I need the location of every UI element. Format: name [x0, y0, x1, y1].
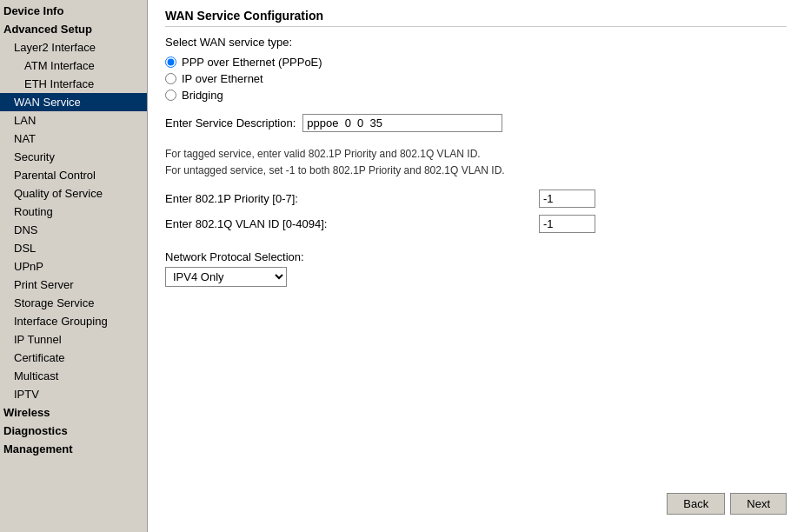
sidebar-item-qos[interactable]: Quality of Service — [0, 184, 147, 203]
network-protocol-select-wrapper: IPV4 OnlyIPV6 OnlyIPV4 and IPV6 — [165, 267, 787, 287]
sidebar-item-layer2-interface[interactable]: Layer2 Interface — [0, 38, 147, 57]
sidebar-item-advanced-setup[interactable]: Advanced Setup — [0, 20, 147, 38]
info-line1: For tagged service, enter valid 802.1P P… — [165, 146, 787, 163]
select-type-label: Select WAN service type: — [165, 36, 787, 49]
sidebar-item-device-info[interactable]: Device Info — [0, 2, 147, 20]
priority-label: Enter 802.1P Priority [0-7]: — [165, 192, 539, 205]
sidebar-item-parental-control[interactable]: Parental Control — [0, 166, 147, 184]
radio-option-bridging: Bridging — [165, 89, 787, 102]
radio-pppoe[interactable] — [165, 57, 176, 68]
radio-label-pppoe: PPP over Ethernet (PPPoE) — [182, 56, 322, 69]
info-text-block: For tagged service, enter valid 802.1P P… — [165, 146, 787, 179]
sidebar-item-dns[interactable]: DNS — [0, 221, 147, 239]
sidebar: Device InfoAdvanced SetupLayer2 Interfac… — [0, 0, 148, 532]
radio-ipoe[interactable] — [165, 73, 176, 84]
sidebar-item-wan-service[interactable]: WAN Service — [0, 93, 147, 111]
sidebar-item-management[interactable]: Management — [0, 440, 147, 458]
sidebar-item-nat[interactable]: NAT — [0, 130, 147, 148]
sidebar-item-lan[interactable]: LAN — [0, 111, 147, 130]
sidebar-item-certificate[interactable]: Certificate — [0, 349, 147, 367]
sidebar-item-atm-interface[interactable]: ATM Interface — [0, 57, 147, 75]
sidebar-item-wireless[interactable]: Wireless — [0, 403, 147, 422]
sidebar-item-diagnostics[interactable]: Diagnostics — [0, 422, 147, 440]
main-content: WAN Service Configuration Select WAN ser… — [148, 0, 804, 532]
sidebar-item-iptv[interactable]: IPTV — [0, 385, 147, 403]
sidebar-item-ip-tunnel[interactable]: IP Tunnel — [0, 330, 147, 349]
vlan-row: Enter 802.1Q VLAN ID [0-4094]: — [165, 215, 787, 233]
radio-option-ipoe: IP over Ethernet — [165, 72, 787, 85]
sidebar-item-storage-service[interactable]: Storage Service — [0, 294, 147, 312]
network-protocol-section: Network Protocal Selection: IPV4 OnlyIPV… — [165, 250, 787, 287]
sidebar-item-security[interactable]: Security — [0, 148, 147, 166]
priority-row: Enter 802.1P Priority [0-7]: — [165, 190, 787, 208]
service-desc-label: Enter Service Description: — [165, 116, 296, 130]
back-button[interactable]: Back — [667, 493, 725, 515]
network-protocol-label: Network Protocal Selection: — [165, 250, 787, 263]
sidebar-item-print-server[interactable]: Print Server — [0, 276, 147, 294]
radio-option-pppoe: PPP over Ethernet (PPPoE) — [165, 56, 787, 69]
page-title: WAN Service Configuration — [165, 9, 787, 27]
sidebar-item-routing[interactable]: Routing — [0, 203, 147, 221]
vlan-label: Enter 802.1Q VLAN ID [0-4094]: — [165, 217, 539, 230]
priority-input[interactable] — [539, 190, 595, 208]
next-button[interactable]: Next — [730, 493, 787, 515]
info-line2: For untagged service, set -1 to both 802… — [165, 163, 787, 179]
vlan-input[interactable] — [539, 215, 595, 233]
wan-type-radio-group: PPP over Ethernet (PPPoE)IP over Etherne… — [165, 56, 787, 102]
sidebar-item-eth-interface[interactable]: ETH Interface — [0, 75, 147, 93]
sidebar-item-upnp[interactable]: UPnP — [0, 257, 147, 276]
service-desc-input[interactable] — [302, 114, 502, 132]
radio-label-ipoe: IP over Ethernet — [182, 72, 263, 85]
button-row: Back Next — [667, 493, 787, 515]
sidebar-item-interface-grouping[interactable]: Interface Grouping — [0, 312, 147, 330]
sidebar-item-dsl[interactable]: DSL — [0, 239, 147, 257]
service-description-row: Enter Service Description: — [165, 114, 787, 132]
network-protocol-select[interactable]: IPV4 OnlyIPV6 OnlyIPV4 and IPV6 — [165, 267, 287, 287]
radio-bridging[interactable] — [165, 90, 176, 101]
radio-label-bridging: Bridging — [182, 89, 223, 102]
sidebar-item-multicast[interactable]: Multicast — [0, 367, 147, 385]
